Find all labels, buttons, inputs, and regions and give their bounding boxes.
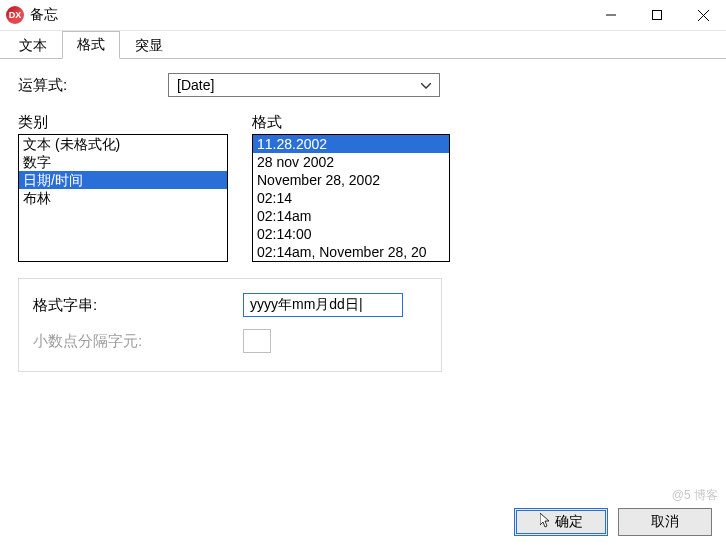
format-string-input[interactable] (243, 293, 403, 317)
tab-bar: 文本 格式 突显 (0, 31, 726, 59)
list-item[interactable]: 02:14 (253, 189, 449, 207)
category-listbox[interactable]: 文本 (未格式化) 数字 日期/时间 布林 (18, 134, 228, 262)
list-item[interactable]: 02:14am (253, 207, 449, 225)
chevron-down-icon (417, 78, 435, 92)
format-string-label: 格式字串: (33, 296, 243, 315)
lists-row: 类别 文本 (未格式化) 数字 日期/时间 布林 格式 11.28.2002 2… (18, 113, 708, 262)
cursor-icon (540, 513, 551, 531)
list-item[interactable]: 日期/时间 (19, 171, 227, 189)
list-item[interactable]: November 28, 2002 (253, 171, 449, 189)
format-listbox[interactable]: 11.28.2002 28 nov 2002 November 28, 2002… (252, 134, 450, 262)
operator-value: [Date] (177, 77, 417, 93)
decimal-separator-row: 小数点分隔字元: (33, 329, 427, 353)
ok-button-label: 确定 (555, 513, 583, 531)
list-item[interactable]: 布林 (19, 189, 227, 207)
list-item[interactable]: 28 nov 2002 (253, 153, 449, 171)
operator-label: 运算式: (18, 76, 168, 95)
decimal-separator-label: 小数点分隔字元: (33, 332, 243, 351)
watermark: @5 博客 (672, 487, 718, 504)
format-column: 格式 11.28.2002 28 nov 2002 November 28, 2… (252, 113, 450, 262)
list-item[interactable]: 11.28.2002 (253, 135, 449, 153)
format-string-group: 格式字串: 小数点分隔字元: (18, 278, 442, 372)
category-column: 类别 文本 (未格式化) 数字 日期/时间 布林 (18, 113, 228, 262)
tab-text[interactable]: 文本 (4, 32, 62, 59)
close-button[interactable] (680, 0, 726, 30)
app-icon: DX (6, 6, 24, 24)
dialog-buttons: 确定 取消 (514, 508, 712, 536)
operator-row: 运算式: [Date] (18, 73, 708, 97)
list-item[interactable]: 02:14am, November 28, 20 (253, 243, 449, 261)
ok-button[interactable]: 确定 (514, 508, 608, 536)
cancel-button-label: 取消 (651, 513, 679, 531)
list-item[interactable]: 文本 (未格式化) (19, 135, 227, 153)
maximize-button[interactable] (634, 0, 680, 30)
category-label: 类别 (18, 113, 228, 132)
minimize-button[interactable] (588, 0, 634, 30)
window-controls (588, 0, 726, 30)
format-label: 格式 (252, 113, 450, 132)
tab-highlight[interactable]: 突显 (120, 32, 178, 59)
list-item[interactable]: 数字 (19, 153, 227, 171)
title-bar: DX 备忘 (0, 0, 726, 31)
window-title: 备忘 (30, 6, 588, 24)
content-area: 运算式: [Date] 类别 文本 (未格式化) 数字 日期/时间 布林 格式 … (0, 59, 726, 386)
list-item[interactable]: 02:14:00 (253, 225, 449, 243)
svg-rect-1 (653, 11, 662, 20)
format-string-row: 格式字串: (33, 293, 427, 317)
operator-combobox[interactable]: [Date] (168, 73, 440, 97)
decimal-separator-input (243, 329, 271, 353)
cancel-button[interactable]: 取消 (618, 508, 712, 536)
tab-format[interactable]: 格式 (62, 31, 120, 59)
